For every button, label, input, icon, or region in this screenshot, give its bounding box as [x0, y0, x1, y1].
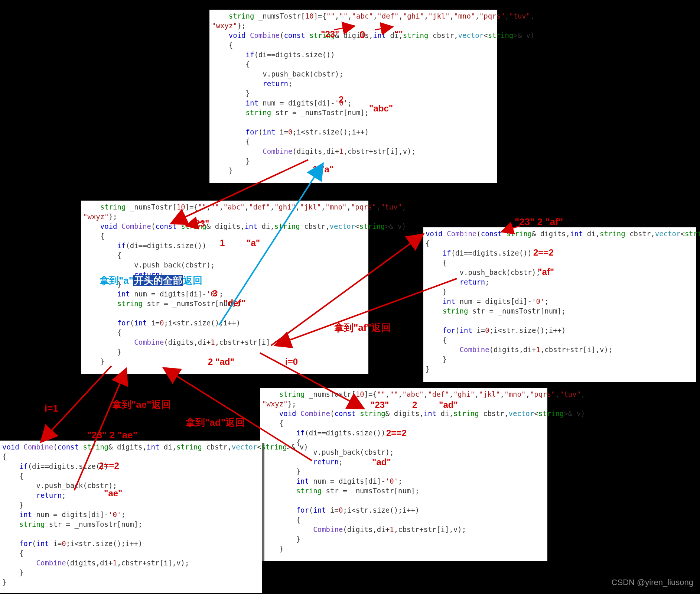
- cyan-hl: 开头的全部: [133, 275, 183, 286]
- right-annot-af: "af": [538, 267, 554, 277]
- left-annot-i0: i=0: [285, 357, 298, 367]
- code-block: void Combine(const string& digits,int di…: [0, 441, 262, 591]
- left-annot-3: 3: [212, 288, 217, 299]
- mid-annot-23: "23": [371, 400, 389, 410]
- right-annot-header: "23" 2 "af": [515, 216, 563, 228]
- top-annot-1a: 1 "a": [313, 164, 333, 175]
- bl-annot-header: "23" 2 "ae": [87, 429, 137, 441]
- left-annot-2ad: 2 "ad": [208, 357, 234, 367]
- code-panel-bottom-left: void Combine(const string& digits,int di…: [0, 441, 262, 593]
- arrow-label-ad: 拿到"ad"返回: [186, 416, 245, 429]
- code-panel-left: string _numsTostr[10]={"","","abc","def"…: [81, 201, 368, 374]
- cyan-pre: 拿到"a": [100, 275, 133, 286]
- code-panel-bottom-mid: string _numsTostr[10]={"","","abc","def"…: [260, 388, 547, 561]
- left-annot-a: "a": [247, 238, 260, 248]
- bl-annot-22: 2==2: [99, 461, 119, 471]
- mid-annot-22: 2==2: [386, 428, 407, 438]
- code-block: string _numsTostr[10]={"","","abc","def"…: [209, 10, 497, 179]
- top-annot-abc: "abc": [369, 103, 393, 114]
- bl-annot-ae: "ae": [104, 488, 122, 499]
- top-annot-23: "23": [321, 29, 339, 39]
- left-annot-def: "def": [224, 298, 245, 308]
- mid-annot-2: 2: [412, 400, 417, 410]
- code-panel-top: string _numsTostr[10]={"","","abc","def"…: [209, 10, 497, 183]
- mid-annot-ad: "ad": [439, 400, 458, 410]
- code-panel-right: void Combine(const string& digits,int di…: [423, 227, 696, 382]
- left-annot-23: "23": [191, 218, 209, 229]
- watermark: CSDN @yiren_liusong: [612, 578, 693, 587]
- top-annot-0: 0: [359, 29, 365, 41]
- top-annot-empty: "": [394, 29, 403, 39]
- left-annot-af: 拿到"af"返回: [334, 321, 391, 334]
- code-block: void Combine(const string& digits,int di…: [423, 227, 696, 377]
- top-annot-2: 2: [339, 94, 344, 105]
- arrow-label-ae: 拿到"ae"返回: [112, 398, 171, 411]
- left-annot-cyan: 拿到"a"开头的全部返回: [100, 274, 202, 287]
- left-annot-1: 1: [220, 238, 225, 248]
- code-block: string _numsTostr[10]={"","","abc","def"…: [260, 388, 547, 557]
- cyan-post: 返回: [183, 275, 202, 286]
- arrow-label-i1: i=1: [45, 403, 58, 414]
- mid-annot-ad2: "ad": [372, 457, 391, 467]
- right-annot-22: 2==2: [533, 247, 554, 258]
